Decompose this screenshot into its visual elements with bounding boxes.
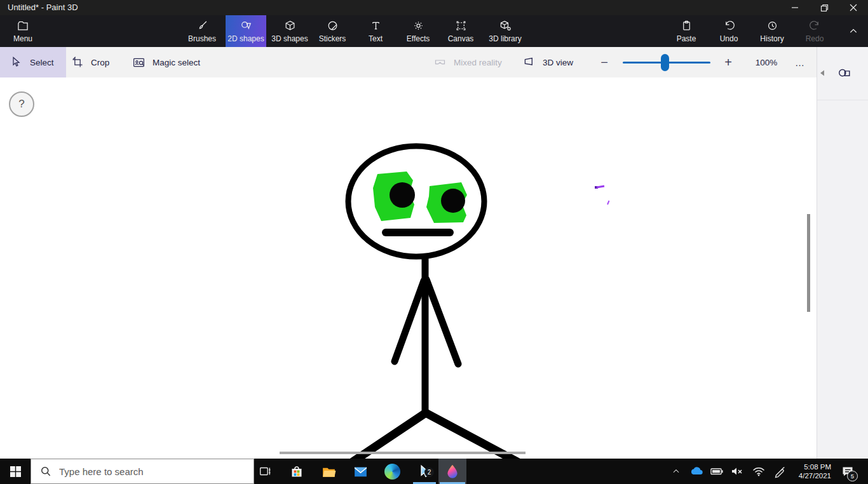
- edge-icon: [384, 464, 400, 480]
- volume-muted-icon: [729, 464, 745, 479]
- start-button[interactable]: [0, 459, 31, 484]
- side-panel: [817, 47, 868, 459]
- mail-button[interactable]: [348, 459, 373, 484]
- undo-icon: [723, 20, 735, 32]
- right-arm: [426, 279, 458, 364]
- onedrive-cloud-icon: [689, 464, 704, 479]
- pinned-app-count-badge: 2: [424, 467, 434, 477]
- clock[interactable]: 5:08 PM 4/27/2021: [787, 462, 831, 480]
- battery-tray-button[interactable]: [708, 459, 726, 484]
- ribbon-action-history[interactable]: History: [751, 15, 793, 47]
- select-label: Select: [30, 58, 54, 67]
- clock-date: 4/27/2021: [787, 471, 831, 480]
- wifi-icon: [751, 464, 766, 479]
- mail-icon: [353, 464, 369, 480]
- minimize-button[interactable]: [780, 0, 810, 15]
- magic-select-label: Magic select: [153, 58, 200, 67]
- menu-button[interactable]: Menu: [5, 15, 41, 47]
- close-icon: [850, 4, 857, 11]
- pen-icon: [773, 464, 787, 478]
- history-clock-icon: [766, 20, 778, 32]
- zoom-slider[interactable]: [623, 47, 710, 77]
- select-tool-button[interactable]: Select: [0, 47, 66, 77]
- title-bar: Untitled* - Paint 3D: [0, 0, 868, 15]
- menu-label: Menu: [13, 34, 32, 43]
- 3d-view-button[interactable]: 3D view: [522, 47, 583, 77]
- brush-icon: [196, 20, 208, 32]
- crop-icon: [71, 56, 84, 69]
- ribbon-tool-brushes[interactable]: Brushes: [182, 15, 222, 47]
- drawing-canvas[interactable]: ?: [0, 77, 817, 459]
- window-title: Untitled* - Paint 3D: [8, 3, 78, 12]
- panel-2d-shapes-button[interactable]: [836, 65, 853, 82]
- ribbon-tool-effects[interactable]: Effects: [398, 15, 438, 47]
- left-pupil: [390, 182, 415, 208]
- stick-figure-drawing: [0, 77, 817, 459]
- ribbon-collapse-button[interactable]: [843, 15, 864, 47]
- paint3d-taskbar-button[interactable]: [438, 459, 466, 484]
- onedrive-tray-button[interactable]: [688, 459, 705, 484]
- crop-label: Crop: [91, 58, 109, 67]
- 3d-view-label: 3D view: [543, 58, 573, 67]
- ellipsis-icon: …: [795, 57, 805, 68]
- library-3d-icon: [499, 20, 512, 32]
- clock-time: 5:08 PM: [787, 462, 831, 471]
- purple-mark-tick: [607, 201, 609, 205]
- taskbar: 2 5:08 PM 4/2: [0, 459, 868, 484]
- ribbon-action-paste[interactable]: Paste: [666, 15, 707, 47]
- purple-mark-dash: [597, 186, 604, 187]
- zoom-in-button[interactable]: +: [719, 47, 737, 77]
- ribbon-tool-3d-library[interactable]: 3D library: [482, 15, 529, 47]
- pinned-app-button[interactable]: 2: [412, 459, 437, 484]
- taskbar-search[interactable]: [31, 459, 254, 484]
- plus-icon: +: [724, 55, 732, 70]
- edge-browser-button[interactable]: [379, 459, 405, 484]
- ribbon-tool-canvas[interactable]: Canvas: [440, 15, 481, 47]
- shapes-2d-panel-icon: [837, 67, 851, 81]
- ribbon: Menu Brushes 2D shapes 3D shapes Sticker: [0, 15, 868, 47]
- ribbon-tool-2d-shapes[interactable]: 2D shapes: [226, 15, 266, 47]
- shapes-2d-icon: [240, 20, 252, 32]
- more-options-button[interactable]: …: [790, 47, 810, 77]
- file-explorer-button[interactable]: [316, 459, 341, 484]
- paint3d-icon: [444, 463, 461, 480]
- task-view-icon: [258, 464, 272, 478]
- minimize-icon: [791, 4, 799, 11]
- microsoft-store-button[interactable]: [284, 459, 309, 484]
- zoom-slider-thumb[interactable]: [661, 54, 669, 71]
- vertical-scrollbar[interactable]: [807, 214, 810, 312]
- magic-select-tool-button[interactable]: Magic select: [132, 47, 215, 77]
- chevron-up-icon: [848, 26, 858, 36]
- store-icon: [289, 464, 304, 479]
- ribbon-tool-text[interactable]: Text: [356, 15, 395, 47]
- ribbon-action-redo[interactable]: Redo: [794, 15, 835, 47]
- close-button[interactable]: [839, 0, 868, 15]
- help-button[interactable]: ?: [9, 91, 34, 117]
- redo-icon: [809, 20, 821, 32]
- canvas-icon: [455, 20, 467, 32]
- wifi-tray-button[interactable]: [750, 459, 768, 484]
- action-center-button[interactable]: [835, 459, 860, 484]
- restore-button[interactable]: [810, 0, 839, 15]
- task-view-button[interactable]: [252, 459, 278, 484]
- restore-icon: [820, 4, 829, 12]
- tray-overflow-button[interactable]: [668, 459, 684, 484]
- search-input[interactable]: [31, 466, 245, 478]
- volume-tray-button[interactable]: [728, 459, 746, 484]
- effects-sun-icon: [412, 20, 424, 32]
- ribbon-tool-stickers[interactable]: Stickers: [312, 15, 353, 47]
- ribbon-tool-3d-shapes[interactable]: 3D shapes: [269, 15, 311, 47]
- zoom-out-button[interactable]: −: [596, 47, 613, 77]
- panel-expand-button[interactable]: [819, 69, 827, 77]
- pen-tray-button[interactable]: [771, 459, 788, 484]
- zoom-level-button[interactable]: 100%: [751, 47, 782, 77]
- ribbon-action-undo[interactable]: Undo: [709, 15, 749, 47]
- mixed-reality-goggles-icon: [433, 56, 447, 69]
- zoom-level-value: 100%: [756, 58, 778, 67]
- chevron-left-icon: [819, 69, 825, 77]
- crop-tool-button[interactable]: Crop: [71, 47, 128, 77]
- cursor-arrow-icon: [10, 56, 23, 69]
- mixed-reality-label: Mixed reality: [454, 58, 502, 67]
- side-panel-header: [817, 47, 868, 100]
- mixed-reality-button[interactable]: Mixed reality: [433, 47, 510, 77]
